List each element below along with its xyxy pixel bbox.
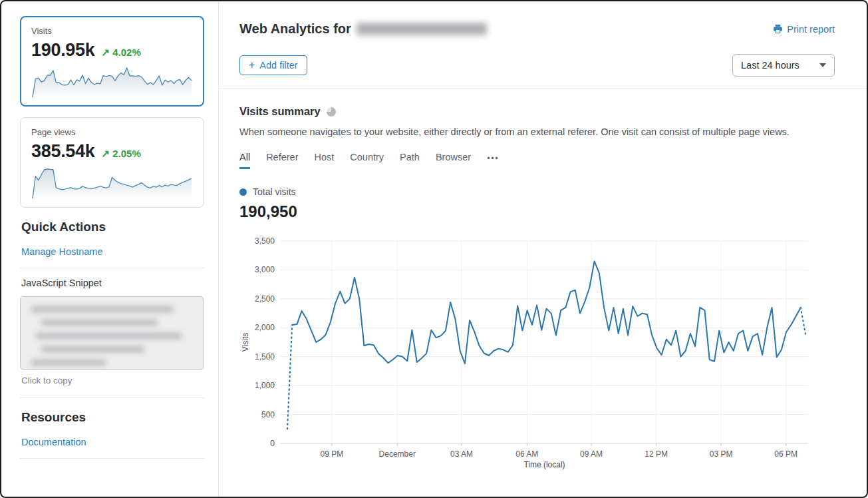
svg-text:1,000: 1,000 [255,381,275,390]
printer-icon [773,24,783,34]
trend-up-indicator: ↗ 2.05% [102,148,141,160]
quick-actions-heading: Quick Actions [21,220,204,234]
svg-text:0: 0 [270,439,275,448]
redacted-code-line [31,306,174,312]
metric-change-value: 4.02% [112,47,141,58]
page-title-text: Web Analytics for [239,21,351,37]
metric-card-pageviews[interactable]: Page views 385.54k ↗ 2.05% [20,117,204,208]
svg-text:December: December [379,449,416,459]
trend-up-icon: ↗ [102,148,110,159]
resources-heading: Resources [21,410,204,425]
tab-all[interactable]: All [239,152,250,169]
metric-label: Visits [31,26,193,36]
add-filter-button[interactable]: + Add filter [239,55,307,75]
web-analytics-window: Visits 190.95k ↗ 4.02% Page views 385.54… [0,0,868,498]
time-range-dropdown[interactable]: Last 24 hours [732,54,835,77]
svg-text:2,000: 2,000 [255,323,275,332]
metric-card-visits[interactable]: Visits 190.95k ↗ 4.02% [20,16,204,107]
svg-text:500: 500 [261,410,275,419]
tab-host[interactable]: Host [314,152,334,169]
svg-text:3,000: 3,000 [255,265,275,274]
pie-chart-icon [327,107,336,117]
print-report-button[interactable]: Print report [773,24,835,35]
tab-path[interactable]: Path [400,152,420,169]
total-visits-value: 190,950 [239,202,835,221]
svg-text:09 PM: 09 PM [321,449,344,459]
tabs-more-button[interactable]: ••• [487,153,499,168]
divider [20,268,204,268]
svg-text:1,500: 1,500 [255,352,275,362]
svg-text:03 AM: 03 AM [450,449,473,459]
svg-text:Visits: Visits [241,333,250,352]
sidebar: Visits 190.95k ↗ 4.02% Page views 385.54… [1,1,219,497]
svg-text:06 AM: 06 AM [515,449,538,459]
svg-text:09 AM: 09 AM [580,449,603,459]
time-range-value: Last 24 hours [741,60,799,71]
print-report-label: Print report [787,24,835,35]
visits-summary-description: When someone navigates to your website, … [239,126,835,137]
visits-sparkline [31,63,193,101]
visits-summary-title: Visits summary [239,105,321,118]
svg-text:3,500: 3,500 [255,236,275,246]
metric-value: 385.54k [31,141,95,162]
js-snippet-code-redacted[interactable] [20,296,204,370]
tab-referer[interactable]: Referer [266,152,298,169]
summary-tabs: All Referer Host Country Path Browser ••… [239,152,835,169]
redacted-code-line [41,346,145,352]
add-filter-label: Add filter [259,60,297,71]
svg-text:06 PM: 06 PM [774,449,797,459]
page-title: Web Analytics for [239,21,487,37]
divider [20,397,204,398]
legend-dot-icon [239,188,247,196]
tab-browser[interactable]: Browser [436,152,471,169]
trend-up-icon: ↗ [102,47,110,58]
site-domain-redacted [357,23,487,35]
js-snippet-label: JavaScript Snippet [21,278,204,288]
redacted-code-line [31,360,106,366]
svg-text:12 PM: 12 PM [645,449,668,459]
manage-hostname-link[interactable]: Manage Hostname [21,246,103,257]
documentation-link[interactable]: Documentation [21,437,86,447]
pageviews-sparkline [31,164,193,202]
metric-label: Page views [31,127,193,137]
divider [20,458,204,459]
tab-country[interactable]: Country [350,152,384,169]
svg-text:2,500: 2,500 [255,294,275,304]
legend-label: Total visits [253,186,296,197]
main-panel: Web Analytics for Print report + Add fil… [219,1,867,497]
metric-change-value: 2.05% [112,148,141,159]
svg-text:03 PM: 03 PM [710,449,733,459]
chevron-down-icon [819,63,826,67]
redacted-code-line [41,320,158,326]
click-to-copy-hint: Click to copy [21,375,204,385]
trend-up-indicator: ↗ 4.02% [102,47,141,59]
chart-legend: Total visits [239,186,835,197]
redacted-code-line [36,333,182,339]
visits-line-chart[interactable]: 05001,0001,5002,0002,5003,0003,50009 PMD… [239,234,815,471]
metric-value: 190.95k [31,40,95,61]
plus-icon: + [249,60,255,71]
svg-text:Time (local): Time (local) [523,460,565,469]
